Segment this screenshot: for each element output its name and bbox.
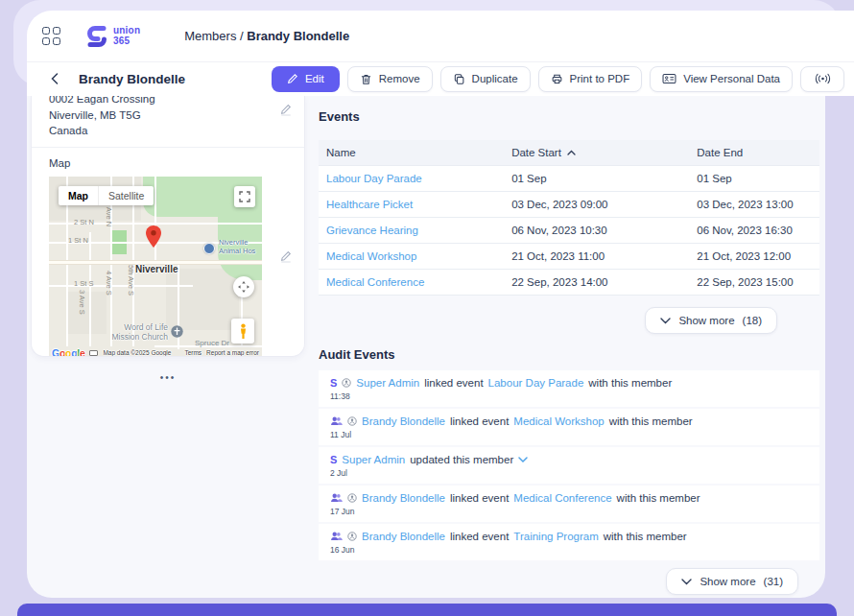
- google-map[interactable]: 2 St N 1 St N 1 St S 3 Ave S 4 Ave N 4 A…: [49, 177, 262, 357]
- event-row[interactable]: Grievance Hearing 06 Nov, 2023 10:30 06 …: [319, 218, 819, 244]
- content-area: 0002 Eagan Crossing Niverville, MB T5G C…: [27, 96, 825, 598]
- window: union 365 Members / Brandy Blondelle Bra…: [27, 11, 854, 96]
- printer-icon: [551, 73, 563, 85]
- member-toolbar: Brandy Blondelle Edit Remove Duplica: [27, 62, 854, 95]
- right-panel: Events Name Date Start Date End: [319, 96, 819, 595]
- breadcrumb-section[interactable]: Members /: [184, 29, 243, 43]
- edit-map-button[interactable]: [279, 249, 293, 263]
- audit-timestamp: 2 Jul: [330, 468, 808, 478]
- audit-action-text: linked event: [424, 377, 483, 389]
- union365-logo[interactable]: union 365: [85, 23, 140, 50]
- audit-show-more-button[interactable]: Show more (31): [666, 568, 798, 595]
- logo-s-icon: [85, 23, 108, 50]
- event-date-end: 01 Sep: [689, 166, 819, 192]
- pegman-icon: [238, 323, 249, 340]
- street-label: 2 St N: [74, 218, 94, 226]
- duplicate-icon: [453, 73, 465, 85]
- column-header-name[interactable]: Name: [319, 140, 504, 166]
- address-line-1: 0002 Eagan Crossing: [49, 96, 291, 107]
- background-bottom-card: [17, 604, 837, 616]
- event-date-start: 21 Oct, 2023 11:00: [504, 244, 689, 270]
- back-button[interactable]: [44, 68, 65, 89]
- street-label: 1 St S: [74, 279, 93, 288]
- event-date-start: 22 Sep, 2023 14:00: [504, 270, 689, 296]
- map-section-label: Map: [32, 148, 304, 177]
- keyboard-icon[interactable]: [89, 350, 98, 356]
- map-type-map[interactable]: Map: [59, 186, 98, 205]
- map-type-satellite[interactable]: Satellite: [98, 186, 154, 205]
- users-icon: [330, 493, 343, 503]
- audit-row: S Super Admin linked event Labour Day Pa…: [319, 370, 819, 407]
- audit-actor-link[interactable]: Brandy Blondelle: [362, 415, 445, 427]
- event-link[interactable]: Healthcare Picket: [326, 199, 413, 210]
- audit-timestamp: 16 Jun: [330, 545, 808, 555]
- google-logo[interactable]: Google: [52, 347, 84, 357]
- duplicate-button[interactable]: Duplicate: [440, 66, 531, 92]
- audit-row: Brandy Blondelle linked event Medical Co…: [319, 486, 819, 522]
- event-row[interactable]: Medical Workshop 21 Oct, 2023 11:00 21 O…: [319, 244, 819, 270]
- event-link[interactable]: Grievance Hearing: [326, 225, 418, 236]
- address-line-2: Niverville, MB T5G: [49, 107, 291, 124]
- events-show-more-button[interactable]: Show more (18): [645, 307, 777, 334]
- street-label: 1 St N: [68, 236, 88, 245]
- map-report-error-link[interactable]: Report a map error: [206, 349, 259, 356]
- fullscreen-button[interactable]: [234, 186, 255, 207]
- audit-actor-link[interactable]: Super Admin: [342, 454, 405, 465]
- events-show-more-count: (18): [743, 315, 762, 326]
- event-link[interactable]: Medical Workshop: [326, 250, 416, 262]
- map-attribution: Google Map data ©2025 Google Terms Repor…: [49, 346, 262, 357]
- edit-address-button[interactable]: [279, 103, 293, 116]
- remove-button[interactable]: Remove: [347, 66, 433, 92]
- broadcast-button[interactable]: [800, 66, 844, 92]
- audit-timestamp: 17 Jun: [330, 507, 808, 516]
- event-link[interactable]: Labour Day Parade: [326, 173, 422, 184]
- audit-event-link[interactable]: Training Program: [513, 531, 598, 542]
- users-icon: [330, 532, 343, 541]
- audit-row: Brandy Blondelle linked event Training P…: [319, 524, 819, 560]
- street-label: 4 Ave S: [105, 271, 113, 296]
- audit-action-text: linked event: [450, 415, 509, 427]
- audit-action-text: updated this member: [410, 454, 513, 465]
- pan-arrows-icon: [237, 280, 250, 294]
- audit-event-link[interactable]: Labour Day Parade: [488, 377, 584, 389]
- more-sections-indicator[interactable]: •••: [31, 372, 305, 383]
- audit-actor-link[interactable]: Super Admin: [356, 377, 419, 389]
- sort-asc-icon: [567, 150, 576, 155]
- street-label: 3 Ave S: [78, 290, 86, 315]
- map-pin-icon[interactable]: [146, 225, 161, 248]
- view-personal-data-button[interactable]: View Personal Data: [650, 66, 793, 92]
- app-launcher-icon[interactable]: [42, 27, 60, 45]
- poi-church-icon[interactable]: [171, 325, 183, 338]
- app-header: union 365 Members / Brandy Blondelle: [27, 11, 854, 62]
- poi-animal-hospital-icon[interactable]: [203, 243, 215, 254]
- map-type-control[interactable]: Map Satellite: [59, 186, 154, 205]
- pan-control[interactable]: [233, 276, 254, 297]
- edit-button[interactable]: Edit: [272, 66, 340, 92]
- column-header-date-end[interactable]: Date End: [689, 140, 819, 166]
- audit-action-text: linked event: [450, 531, 509, 542]
- audit-event-link[interactable]: Medical Workshop: [513, 415, 604, 427]
- event-row[interactable]: Medical Conference 22 Sep, 2023 14:00 22…: [319, 270, 819, 296]
- pencil-icon: [279, 249, 293, 263]
- event-date-end: 03 Dec, 2023 13:00: [689, 192, 819, 218]
- audit-actor-link[interactable]: Brandy Blondelle: [362, 531, 445, 542]
- logo-text: union 365: [113, 26, 140, 46]
- expand-chevron-icon[interactable]: [518, 457, 528, 463]
- audit-actor-link[interactable]: Brandy Blondelle: [362, 492, 445, 504]
- print-to-pdf-button[interactable]: Print to PDF: [538, 66, 643, 92]
- column-header-date-start[interactable]: Date Start: [504, 140, 689, 166]
- map-terms-link[interactable]: Terms: [184, 349, 202, 356]
- events-table: Name Date Start Date End Labour Day Para…: [319, 140, 819, 296]
- audit-event-link[interactable]: Medical Conference: [513, 492, 611, 504]
- event-date-start: 01 Sep: [504, 166, 689, 192]
- event-row[interactable]: Labour Day Parade 01 Sep 01 Sep: [319, 166, 819, 192]
- event-link[interactable]: Medical Conference: [326, 276, 424, 288]
- pencil-icon: [287, 73, 298, 84]
- audit-badge-icon: [347, 532, 357, 541]
- address-line-3: Canada: [49, 123, 291, 139]
- audit-action-text: linked event: [450, 492, 509, 504]
- event-row[interactable]: Healthcare Picket 03 Dec, 2023 09:00 03 …: [319, 192, 819, 218]
- street-label: 5th Ave S: [127, 265, 135, 296]
- pegman-control[interactable]: [231, 319, 254, 344]
- app-root: union 365 Members / Brandy Blondelle Bra…: [0, 0, 854, 616]
